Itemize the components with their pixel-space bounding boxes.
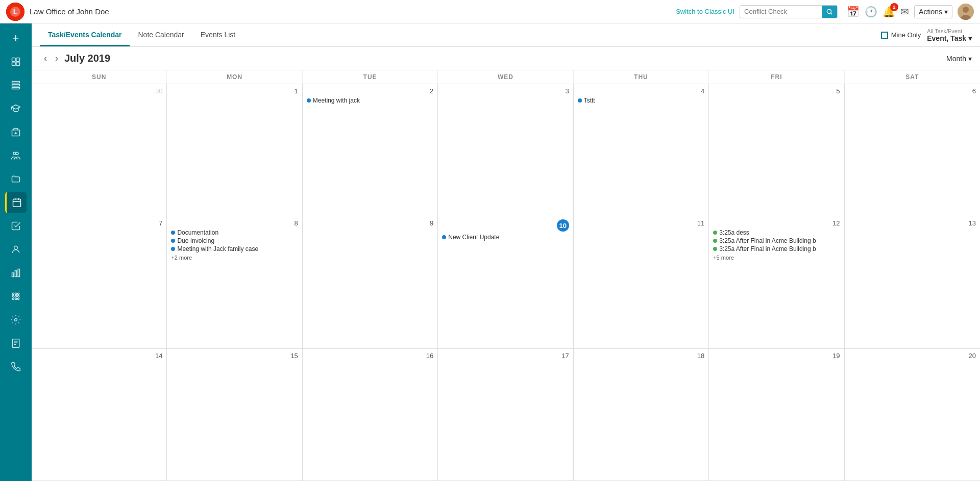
event-label: Meeting with jack xyxy=(313,97,360,104)
svg-line-4 xyxy=(831,13,832,14)
navbar: L Law Office of John Doe Switch to Class… xyxy=(0,0,980,23)
actions-button[interactable]: Actions ▾ xyxy=(914,5,952,18)
tab-events-list[interactable]: Events List xyxy=(192,24,243,46)
event-label: 3:25a After Final in Acme Building b xyxy=(719,237,816,244)
event-new-client-update[interactable]: New Client Update xyxy=(442,234,569,241)
event-due-invoicing[interactable]: Due Invoicing xyxy=(171,237,298,244)
calendar-nav-icon[interactable]: 📅 xyxy=(847,6,860,18)
all-task-event-select[interactable]: All Task/Event Event, Task ▾ xyxy=(927,28,972,42)
event-task-select[interactable]: Event, Task ▾ xyxy=(927,34,972,42)
day-11[interactable]: 11 xyxy=(574,216,709,348)
tab-task-events[interactable]: Task/Events Calendar xyxy=(40,24,130,46)
svg-point-35 xyxy=(15,298,16,299)
event-tsttt[interactable]: Tsttt xyxy=(578,97,704,104)
day-17[interactable]: 17 xyxy=(438,349,573,480)
more-events-link-12[interactable]: +5 more xyxy=(713,255,840,261)
day-9[interactable]: 9 xyxy=(303,216,438,348)
event-label: New Client Update xyxy=(448,234,499,241)
sidebar-item-education[interactable] xyxy=(5,98,27,119)
sidebar-item-chart[interactable] xyxy=(5,262,27,284)
event-after-final-2[interactable]: 3:25a After Final in Acme Building b xyxy=(713,245,840,252)
day-num: 30 xyxy=(155,87,162,95)
mine-only-checkbox[interactable] xyxy=(881,32,888,39)
sidebar-item-calendar[interactable] xyxy=(5,192,27,213)
day-15[interactable]: 15 xyxy=(167,349,302,480)
day-6[interactable]: 6 xyxy=(845,84,980,216)
svg-rect-9 xyxy=(16,58,20,62)
sidebar-item-apps[interactable] xyxy=(5,286,27,307)
more-events-link-8[interactable]: +2 more xyxy=(171,255,298,261)
day-8[interactable]: 8 Documentation Due Invoicing Meeting wi… xyxy=(167,216,302,348)
sidebar-item-person[interactable] xyxy=(5,239,27,260)
svg-point-24 xyxy=(14,246,18,249)
sidebar-item-dashboard[interactable] xyxy=(5,51,27,72)
svg-point-32 xyxy=(15,295,16,297)
day-num: 16 xyxy=(426,352,433,360)
event-meeting-jack[interactable]: Meeting with jack xyxy=(307,97,433,104)
tab-note-calendar[interactable]: Note Calendar xyxy=(130,24,192,46)
event-dot-icon xyxy=(713,247,717,251)
sidebar-item-receipt[interactable] xyxy=(5,333,27,354)
tab-bar: Task/Events Calendar Note Calendar Event… xyxy=(32,23,980,47)
week-row-2: 7 8 Documentation Due Invoicing Meeting … xyxy=(32,216,980,348)
event-dot-icon xyxy=(713,231,717,235)
day-num-today: 10 xyxy=(557,219,569,232)
day-header-thu: THU xyxy=(574,70,709,84)
mail-icon[interactable]: ✉ xyxy=(900,6,909,18)
day-10-today[interactable]: 10 New Client Update xyxy=(438,216,573,348)
sidebar-item-add[interactable]: + xyxy=(5,28,27,49)
switch-classic-link[interactable]: Switch to Classic UI xyxy=(676,8,734,15)
day-18[interactable]: 18 xyxy=(574,349,709,480)
day-2[interactable]: 2 Meeting with jack xyxy=(303,84,438,216)
day-4[interactable]: 4 Tsttt xyxy=(574,84,709,216)
event-dot-icon xyxy=(171,231,175,235)
event-after-final-1[interactable]: 3:25a After Final in Acme Building b xyxy=(713,237,840,244)
svg-point-36 xyxy=(17,298,19,299)
svg-rect-20 xyxy=(13,199,20,207)
conflict-check-button[interactable] xyxy=(822,6,837,18)
navbar-icons: 📅 🕐 🔔 2 ✉ xyxy=(847,6,909,18)
sidebar-item-settings[interactable] xyxy=(5,309,27,331)
day-num: 13 xyxy=(969,219,976,227)
svg-point-34 xyxy=(12,298,14,299)
day-7[interactable]: 7 xyxy=(32,216,167,348)
event-documentation[interactable]: Documentation xyxy=(171,229,298,236)
day-3[interactable]: 3 xyxy=(438,84,573,216)
month-view-label: Month xyxy=(946,55,966,63)
sidebar-item-tasks[interactable] xyxy=(5,215,27,237)
day-30-other[interactable]: 30 xyxy=(32,84,167,216)
event-meeting-jack-family[interactable]: Meeting with Jack family case xyxy=(171,245,298,252)
day-num: 14 xyxy=(155,352,162,360)
day-16[interactable]: 16 xyxy=(303,349,438,480)
day-5[interactable]: 5 xyxy=(709,84,844,216)
actions-label: Actions xyxy=(919,8,942,16)
sidebar-item-building[interactable] xyxy=(5,121,27,143)
day-20[interactable]: 20 xyxy=(845,349,980,480)
notification-icon[interactable]: 🔔 2 xyxy=(883,6,895,18)
svg-point-29 xyxy=(15,293,16,294)
event-label: Tsttt xyxy=(584,97,595,104)
event-label: Documentation xyxy=(177,229,218,236)
event-dess[interactable]: 3:25a dess xyxy=(713,229,840,236)
sidebar-item-list[interactable] xyxy=(5,74,27,96)
conflict-check-input[interactable] xyxy=(740,6,822,17)
next-month-button[interactable]: › xyxy=(51,51,62,66)
content-area: Task/Events Calendar Note Calendar Event… xyxy=(32,23,980,481)
day-13[interactable]: 13 xyxy=(845,216,980,348)
day-12[interactable]: 12 3:25a dess 3:25a After Final in Acme … xyxy=(709,216,844,348)
day-num: 18 xyxy=(697,352,704,360)
svg-point-6 xyxy=(963,7,969,13)
day-header-tue: TUE xyxy=(303,70,438,84)
prev-month-button[interactable]: ‹ xyxy=(40,51,51,66)
sidebar-item-folder[interactable] xyxy=(5,168,27,190)
day-num: 8 xyxy=(295,219,298,227)
sidebar-item-phone[interactable] xyxy=(5,356,27,377)
user-avatar[interactable] xyxy=(958,4,974,20)
month-view-select[interactable]: Month ▾ xyxy=(946,55,972,63)
day-1[interactable]: 1 xyxy=(167,84,302,216)
clock-icon[interactable]: 🕐 xyxy=(865,6,877,18)
svg-rect-13 xyxy=(12,84,20,86)
sidebar-item-people[interactable] xyxy=(5,145,27,166)
day-19[interactable]: 19 xyxy=(709,349,844,480)
day-14[interactable]: 14 xyxy=(32,349,167,480)
